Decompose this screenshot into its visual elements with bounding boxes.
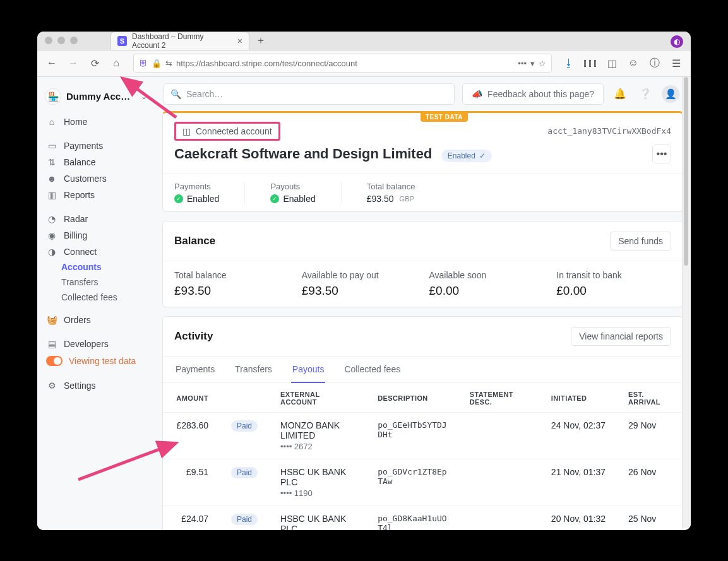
nav-home[interactable]: ⌂Home: [37, 114, 162, 130]
close-tab-icon[interactable]: ×: [237, 37, 242, 45]
test-data-toggle[interactable]: Viewing test data: [37, 352, 162, 370]
connected-account-label: ◫ Connected account: [174, 122, 280, 141]
nav-customers[interactable]: ☻Customers: [37, 170, 162, 187]
nav-reports[interactable]: ▥Reports: [37, 187, 162, 203]
cell-status: Paid: [220, 412, 269, 459]
table-row[interactable]: £9.51PaidHSBC UK BANK PLC•••• 1190po_GDV…: [163, 459, 683, 505]
scrollbar[interactable]: [682, 77, 689, 528]
send-funds-button[interactable]: Send funds: [610, 232, 671, 251]
bookmark-icon[interactable]: ☆: [539, 59, 546, 68]
home-icon: ⌂: [46, 117, 57, 127]
nav-radar[interactable]: ◔Radar: [37, 211, 162, 227]
cell-initiated: 24 Nov, 02:37: [540, 412, 617, 459]
balance-title: Balance: [174, 235, 215, 247]
account-name-short: Dummy Acco…: [66, 91, 136, 102]
info-icon[interactable]: ⓘ: [645, 54, 664, 73]
page-actions-icon[interactable]: •••: [518, 59, 527, 68]
orders-icon: 🧺: [46, 315, 57, 325]
feedback-button[interactable]: 📣 Feedback about this page?: [462, 83, 604, 105]
notifications-icon[interactable]: 🔔: [611, 88, 629, 100]
cell-description: po_GDVcr1ZT8EpTAw: [366, 459, 458, 505]
search-input[interactable]: 🔍 Search…: [164, 83, 455, 105]
scrollbar-thumb[interactable]: [684, 77, 688, 266]
stripe-dashboard: 🏪 Dummy Acco… ⌄ ⌂Home ▭Payments ⇅Balance…: [37, 77, 691, 530]
activity-card: Activity View financial reports Payments…: [162, 316, 683, 530]
url-toolbar: ← → ⟳ ⌂ ⛨ 🔒 ⇆ https://dashboard.stripe.c…: [37, 50, 691, 77]
topbar: 🔍 Search… 📣 Feedback about this page? 🔔 …: [162, 77, 683, 111]
private-mode-icon: ◐: [671, 35, 683, 48]
subnav-collected-fees[interactable]: Collected fees: [61, 290, 162, 304]
library-icon[interactable]: ⫿⫿⫿: [581, 54, 600, 73]
connect-icon: ◫: [182, 126, 191, 136]
sidebar: 🏪 Dummy Acco… ⌄ ⌂Home ▭Payments ⇅Balance…: [37, 77, 162, 530]
tab-payouts[interactable]: Payouts: [291, 357, 326, 383]
new-tab-button[interactable]: ＋: [256, 34, 266, 47]
profile-icon[interactable]: ☺: [624, 54, 643, 73]
home-button[interactable]: ⌂: [107, 54, 126, 73]
cell-statement: [458, 459, 540, 505]
cell-arrival: 25 Nov: [617, 505, 683, 530]
nav-payments[interactable]: ▭Payments: [37, 138, 162, 154]
reader-icon[interactable]: ▾: [530, 59, 535, 68]
downloads-icon[interactable]: ⭳: [559, 54, 578, 73]
chevron-down-icon: ⌄: [141, 92, 147, 101]
check-icon: ✓: [270, 194, 279, 203]
stripe-favicon-icon: S: [117, 36, 127, 46]
browser-tab[interactable]: S Dashboard – Dummy Account 2 ×: [110, 32, 249, 50]
main-pane: 🔍 Search… 📣 Feedback about this page? 🔔 …: [162, 77, 691, 530]
table-row[interactable]: £283.60PaidMONZO BANK LIMITED•••• 2672po…: [163, 412, 683, 459]
nav-developers[interactable]: ▤Developers: [37, 336, 162, 352]
connect-icon: ◑: [46, 247, 57, 257]
account-header-card: TEST DATA ◫ Connected account acct_1any8…: [162, 111, 683, 212]
user-avatar[interactable]: 👤: [662, 85, 679, 103]
status-badge: Enabled ✓: [441, 150, 492, 162]
radar-icon: ◔: [46, 214, 57, 224]
address-bar[interactable]: ⛨ 🔒 ⇆ https://dashboard.stripe.com/test/…: [133, 54, 552, 73]
reload-button[interactable]: ⟳: [85, 54, 104, 73]
customers-icon: ☻: [46, 174, 57, 184]
sidebar-icon[interactable]: ◫: [602, 54, 621, 73]
cell-status: Paid: [220, 459, 269, 505]
cell-amount: £283.60: [163, 412, 220, 459]
more-actions-button[interactable]: •••: [652, 145, 671, 163]
reports-icon: ▥: [46, 190, 57, 200]
nav-connect[interactable]: ◑Connect: [37, 244, 162, 260]
subnav-transfers[interactable]: Transfers: [61, 275, 162, 289]
test-data-badge: TEST DATA: [421, 112, 468, 122]
tab-transfers[interactable]: Transfers: [234, 357, 273, 382]
cell-statement: [458, 412, 540, 459]
help-icon[interactable]: ❔: [636, 88, 654, 100]
tab-title: Dashboard – Dummy Account 2: [132, 32, 232, 50]
shield-icon: ⛨: [139, 58, 148, 68]
account-id[interactable]: acct_1any83TVCirwXXBodFx4: [547, 126, 671, 136]
balance-card: Balance Send funds Total balance£93.50 A…: [162, 221, 683, 307]
view-reports-button[interactable]: View financial reports: [571, 327, 671, 346]
activity-tabs: Payments Transfers Payouts Collected fee…: [163, 357, 683, 383]
account-switcher[interactable]: 🏪 Dummy Acco… ⌄: [37, 83, 162, 110]
nav-billing[interactable]: ◉Billing: [37, 227, 162, 244]
table-row[interactable]: £24.07PaidHSBC UK BANK PLC•••• 1190po_GD…: [163, 505, 683, 530]
nav-balance[interactable]: ⇅Balance: [37, 154, 162, 170]
window-controls: [37, 37, 85, 44]
close-window-icon[interactable]: [45, 37, 52, 44]
minimize-window-icon[interactable]: [57, 37, 65, 44]
zoom-window-icon[interactable]: [70, 37, 78, 44]
switch-on-icon: [46, 356, 63, 366]
nav-settings[interactable]: ⚙Settings: [37, 377, 162, 394]
gear-icon: ⚙: [46, 381, 57, 391]
payouts-table: AMOUNT EXTERNAL ACCOUNT DESCRIPTION STAT…: [163, 383, 683, 530]
cell-status: Paid: [220, 505, 269, 530]
cell-amount: £24.07: [163, 505, 220, 530]
cell-arrival: 29 Nov: [617, 412, 683, 459]
cell-arrival: 26 Nov: [617, 459, 683, 505]
cell-external-account: MONZO BANK LIMITED•••• 2672: [269, 412, 366, 459]
payments-icon: ▭: [46, 141, 57, 151]
tab-collected-fees[interactable]: Collected fees: [343, 357, 402, 382]
cell-amount: £9.51: [163, 459, 220, 505]
tab-payments[interactable]: Payments: [174, 357, 216, 382]
subnav-accounts[interactable]: Accounts: [61, 260, 162, 274]
nav-orders[interactable]: 🧺Orders: [37, 312, 162, 328]
cell-external-account: HSBC UK BANK PLC•••• 1190: [269, 505, 366, 530]
menu-icon[interactable]: ☰: [667, 54, 686, 73]
back-button[interactable]: ←: [42, 54, 61, 73]
